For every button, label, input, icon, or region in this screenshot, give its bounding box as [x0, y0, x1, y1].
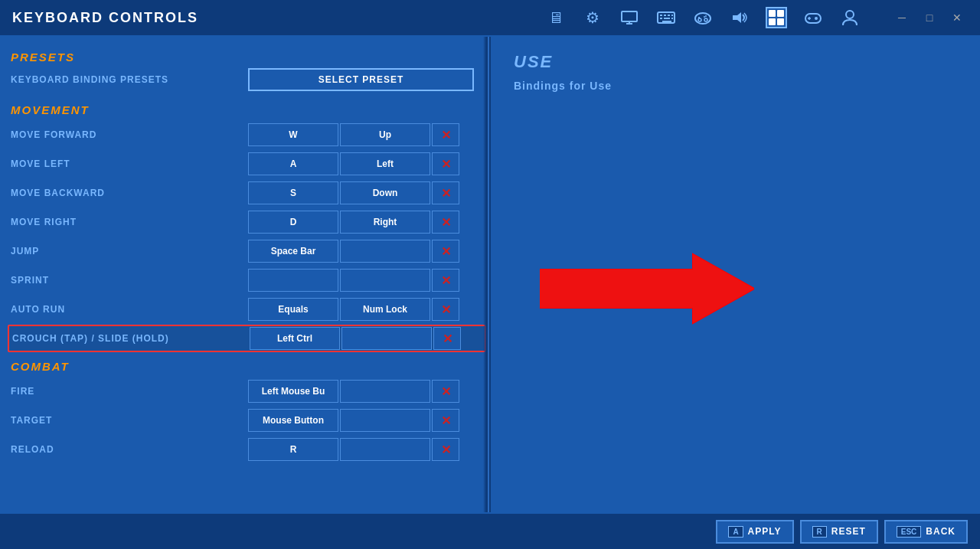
profile-icon[interactable]	[839, 7, 861, 28]
clear-fire[interactable]: ✕	[432, 380, 459, 403]
svg-rect-6	[668, 15, 670, 16]
reset-key-badge: R	[812, 526, 827, 538]
key-left[interactable]: Left	[340, 152, 430, 175]
right-subtitle: Bindings for Use	[514, 80, 957, 92]
key-jump-empty[interactable]	[340, 240, 430, 263]
key-reload-empty[interactable]	[340, 438, 430, 461]
svg-point-12	[695, 13, 710, 24]
clear-crouch[interactable]: ✕	[433, 327, 461, 350]
key-equals[interactable]: Equals	[248, 298, 338, 321]
clear-move-right[interactable]: ✕	[432, 211, 459, 234]
svg-rect-22	[769, 18, 776, 25]
svg-marker-19	[733, 12, 741, 23]
binding-keys-crouch: Left Ctrl ✕	[250, 327, 461, 350]
binding-label-move-left: MOVE LEFT	[11, 158, 248, 169]
right-section-title: USE	[514, 52, 957, 72]
key-mouse-btn[interactable]: Mouse Button	[248, 409, 338, 432]
apply-key-badge: A	[728, 526, 743, 538]
clear-auto-run[interactable]: ✕	[432, 298, 459, 321]
key-left-ctrl[interactable]: Left Ctrl	[250, 327, 340, 350]
red-arrow	[540, 250, 754, 330]
key-sprint-empty2[interactable]	[340, 269, 430, 292]
clear-sprint[interactable]: ✕	[432, 269, 459, 292]
key-numlock[interactable]: Num Lock	[340, 298, 430, 321]
svg-rect-7	[671, 15, 673, 16]
svg-point-17	[704, 16, 705, 18]
key-w[interactable]: W	[248, 123, 338, 146]
quickbar-icon[interactable]	[766, 7, 787, 28]
svg-point-28	[846, 11, 854, 18]
binding-label-crouch: CROUCH (TAP) / SLIDE (HOLD)	[12, 333, 250, 344]
binding-row-move-right: MOVE RIGHT D Right ✕	[8, 208, 486, 236]
display-icon[interactable]	[619, 7, 640, 28]
key-a[interactable]: A	[248, 152, 338, 175]
clear-reload[interactable]: ✕	[432, 438, 459, 461]
binding-row-jump: JUMP Space Bar ✕	[8, 237, 486, 265]
reset-label: RESET	[831, 526, 866, 537]
audio-icon[interactable]	[729, 7, 750, 28]
svg-point-14	[704, 18, 707, 21]
key-d[interactable]: D	[248, 211, 338, 234]
binding-label-reload: RELOAD	[11, 444, 248, 455]
maximize-button[interactable]: □	[919, 7, 940, 28]
binding-row-auto-run: AUTO RUN Equals Num Lock ✕	[8, 296, 486, 323]
svg-rect-21	[777, 10, 784, 17]
minimize-button[interactable]: ─	[891, 7, 913, 28]
binding-keys-auto-run: Equals Num Lock ✕	[248, 298, 459, 321]
key-target-empty[interactable]	[340, 409, 430, 432]
apply-button[interactable]: A APPLY	[716, 520, 793, 544]
binding-label-jump: JUMP	[11, 246, 248, 257]
main-content: PRESETS KEYBOARD BINDING PRESETS SELECT …	[0, 37, 980, 512]
svg-rect-20	[769, 10, 776, 17]
key-crouch-empty[interactable]	[341, 327, 432, 350]
back-button[interactable]: ESC BACK	[884, 520, 968, 544]
svg-point-18	[705, 15, 707, 17]
binding-keys-fire: Left Mouse Bu ✕	[248, 380, 459, 403]
binding-keys-jump: Space Bar ✕	[248, 240, 459, 263]
clear-target[interactable]: ✕	[432, 409, 459, 432]
binding-label-fire: FIRE	[11, 386, 248, 397]
clear-move-left[interactable]: ✕	[432, 152, 459, 175]
binding-label-sprint: SPRINT	[11, 275, 248, 286]
svg-point-25	[815, 17, 818, 20]
back-label: BACK	[926, 526, 956, 537]
binding-keys-move-right: D Right ✕	[248, 211, 459, 234]
key-fire-empty[interactable]	[340, 380, 430, 403]
svg-rect-10	[671, 18, 673, 19]
svg-rect-9	[664, 18, 670, 19]
gamepad-icon[interactable]	[802, 7, 824, 28]
key-space[interactable]: Space Bar	[248, 240, 338, 263]
key-s[interactable]: S	[248, 181, 338, 204]
reset-button[interactable]: R RESET	[800, 520, 878, 544]
nav-icons: 🖥 ⚙ ─ □ ✕	[545, 7, 968, 28]
movement-section-title: MOVEMENT	[8, 97, 486, 121]
binding-label-move-forward: MOVE FORWARD	[11, 129, 248, 140]
clear-move-forward[interactable]: ✕	[432, 123, 459, 146]
binding-label-auto-run: AUTO RUN	[11, 304, 248, 315]
binding-row-move-forward: MOVE FORWARD W Up ✕	[8, 121, 486, 149]
key-up[interactable]: Up	[340, 123, 430, 146]
bottom-bar: A APPLY R RESET ESC BACK	[0, 512, 980, 549]
key-r[interactable]: R	[248, 438, 338, 461]
monitor-icon[interactable]: 🖥	[545, 7, 567, 28]
key-lmb[interactable]: Left Mouse Bu	[248, 380, 338, 403]
binding-keys-target: Mouse Button ✕	[248, 409, 459, 432]
binding-row-reload: RELOAD R ✕	[8, 436, 486, 463]
apply-label: APPLY	[748, 526, 782, 537]
gear-icon[interactable]: ⚙	[582, 7, 603, 28]
key-sprint-empty1[interactable]	[248, 269, 338, 292]
key-right[interactable]: Right	[340, 211, 430, 234]
clear-jump[interactable]: ✕	[432, 240, 459, 263]
select-preset-button[interactable]: SELECT PRESET	[248, 68, 474, 91]
preset-label: KEYBOARD BINDING PRESETS	[11, 74, 248, 85]
binding-label-move-right: MOVE RIGHT	[11, 217, 248, 227]
key-down[interactable]: Down	[340, 181, 430, 204]
keyboard-icon[interactable]	[655, 7, 677, 28]
binding-row-fire: FIRE Left Mouse Bu ✕	[8, 377, 486, 405]
controller-icon[interactable]	[692, 7, 714, 28]
clear-move-backward[interactable]: ✕	[432, 181, 459, 204]
svg-marker-30	[540, 254, 754, 323]
binding-keys-move-forward: W Up ✕	[248, 123, 459, 146]
close-button[interactable]: ✕	[946, 7, 968, 28]
combat-section-title: COMBAT	[8, 354, 486, 377]
